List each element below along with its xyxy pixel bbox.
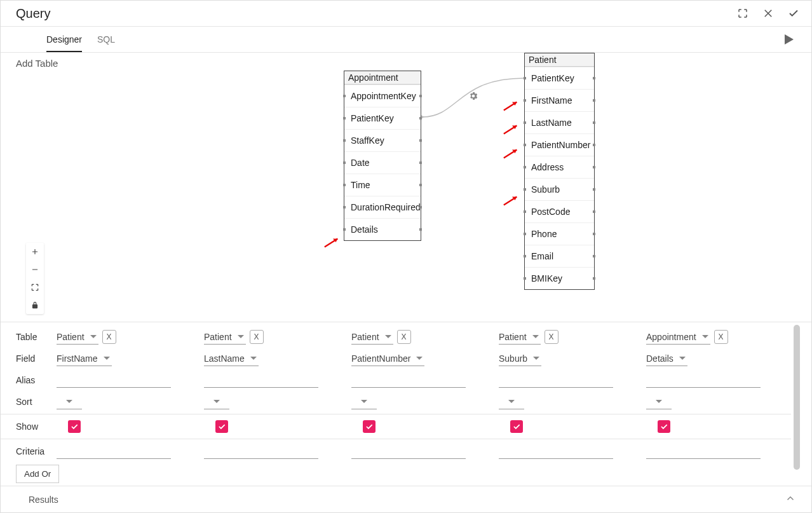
criteria-input[interactable]: [57, 444, 171, 459]
fit-button[interactable]: [26, 278, 44, 296]
results-toggle[interactable]: Results: [1, 486, 811, 512]
column-staffkey[interactable]: StaffKey: [344, 129, 421, 151]
check-icon[interactable]: [786, 6, 801, 21]
row-label-table: Table: [16, 326, 54, 348]
column-appointmentkey[interactable]: AppointmentKey: [344, 85, 421, 107]
column-patientkey[interactable]: PatientKey: [344, 107, 421, 129]
annotation-arrow: [503, 147, 520, 160]
remove-column-button[interactable]: X: [545, 330, 558, 344]
lock-icon[interactable]: [26, 296, 44, 314]
criteria-input[interactable]: [499, 444, 613, 459]
add-or-button[interactable]: Add Or: [16, 465, 59, 483]
chevron-down-icon: [533, 357, 539, 360]
show-checkbox[interactable]: [658, 420, 670, 433]
expand-icon[interactable]: [735, 6, 750, 21]
field-dropdown[interactable]: PatientNumber: [351, 351, 424, 366]
chevron-down-icon: [238, 335, 244, 338]
query-grid: Table PatientX PatientX PatientX Patient…: [1, 322, 811, 486]
chevron-down-icon: [532, 335, 539, 338]
tab-designer[interactable]: Designer: [46, 27, 82, 52]
column-address[interactable]: Address: [525, 156, 594, 178]
sort-dropdown[interactable]: [57, 394, 82, 409]
sort-dropdown[interactable]: [204, 394, 229, 409]
remove-column-button[interactable]: X: [102, 330, 116, 344]
show-checkbox[interactable]: [68, 420, 81, 433]
show-checkbox[interactable]: [215, 420, 228, 433]
table-header[interactable]: Appointment: [344, 71, 421, 85]
alias-input[interactable]: [646, 373, 761, 388]
sort-dropdown[interactable]: [499, 394, 524, 409]
table-dropdown[interactable]: Patient: [204, 329, 246, 345]
alias-input[interactable]: [57, 373, 171, 388]
column-bmikey[interactable]: BMIKey: [525, 267, 594, 289]
row-label-sort: Sort: [16, 391, 54, 413]
column-date[interactable]: Date: [344, 151, 421, 174]
annotation-arrow: [323, 236, 341, 249]
table-dropdown[interactable]: Patient: [351, 329, 393, 345]
zoom-out-button[interactable]: [26, 261, 44, 278]
gear-icon[interactable]: [468, 91, 478, 101]
show-checkbox[interactable]: [363, 420, 376, 433]
column-postcode[interactable]: PostCode: [525, 200, 594, 222]
sort-dropdown[interactable]: [351, 394, 377, 409]
criteria-input[interactable]: [351, 444, 466, 459]
column-time[interactable]: Time: [344, 174, 421, 196]
grid-scrollbar[interactable]: [794, 325, 800, 470]
chevron-down-icon: [679, 357, 686, 360]
tab-sql[interactable]: SQL: [97, 27, 115, 52]
close-icon[interactable]: [761, 6, 776, 21]
table-patient[interactable]: Patient PatientKey FirstName LastName Pa…: [524, 53, 595, 290]
chevron-down-icon: [250, 357, 257, 360]
alias-input[interactable]: [499, 373, 613, 388]
alias-input[interactable]: [351, 373, 466, 388]
canvas-tools: [26, 243, 44, 314]
sort-dropdown[interactable]: [646, 394, 672, 409]
chevron-down-icon: [385, 335, 391, 338]
page-title: Query: [16, 6, 735, 21]
criteria-input[interactable]: [646, 444, 761, 459]
tabs: Designer SQL: [16, 27, 781, 52]
column-patientkey[interactable]: PatientKey: [525, 67, 594, 89]
row-label-show: Show: [16, 416, 54, 437]
chevron-down-icon: [702, 335, 708, 338]
column-phone[interactable]: Phone: [525, 222, 594, 245]
field-dropdown[interactable]: LastName: [204, 351, 259, 366]
table-appointment[interactable]: Appointment AppointmentKey PatientKey St…: [344, 71, 421, 241]
criteria-input[interactable]: [204, 444, 318, 459]
zoom-in-button[interactable]: [26, 243, 44, 261]
column-patientnumber[interactable]: PatientNumber: [525, 133, 594, 156]
chevron-down-icon: [656, 400, 662, 403]
field-dropdown[interactable]: Suburb: [499, 351, 541, 366]
column-durationrequired[interactable]: DurationRequired: [344, 196, 421, 218]
table-dropdown[interactable]: Patient: [499, 329, 541, 345]
remove-column-button[interactable]: X: [397, 330, 411, 344]
row-label-alias: Alias: [16, 369, 54, 391]
play-icon[interactable]: [781, 32, 796, 47]
results-label: Results: [29, 495, 58, 505]
show-checkbox[interactable]: [510, 420, 523, 433]
row-label-criteria: Criteria: [16, 441, 54, 462]
table-header[interactable]: Patient: [525, 53, 594, 67]
field-dropdown[interactable]: Details: [646, 351, 687, 366]
chevron-down-icon: [66, 400, 72, 403]
table-dropdown[interactable]: Appointment: [646, 329, 710, 345]
chevron-down-icon: [90, 335, 97, 338]
annotation-arrow: [503, 99, 520, 112]
table-dropdown[interactable]: Patient: [57, 329, 98, 345]
chevron-down-icon: [104, 357, 110, 360]
chevron-down-icon: [213, 400, 220, 403]
column-details[interactable]: Details: [344, 218, 421, 240]
chevron-up-icon: [785, 493, 796, 506]
field-dropdown[interactable]: FirstName: [57, 351, 112, 366]
alias-input[interactable]: [204, 373, 318, 388]
remove-column-button[interactable]: X: [714, 330, 728, 344]
chevron-down-icon: [416, 357, 423, 360]
column-suburb[interactable]: Suburb: [525, 178, 594, 200]
add-table-button[interactable]: Add Table: [16, 58, 58, 69]
column-firstname[interactable]: FirstName: [525, 89, 594, 111]
column-email[interactable]: Email: [525, 245, 594, 267]
annotation-arrow: [503, 194, 520, 207]
chevron-down-icon: [508, 400, 515, 403]
remove-column-button[interactable]: X: [250, 330, 264, 344]
column-lastname[interactable]: LastName: [525, 111, 594, 133]
